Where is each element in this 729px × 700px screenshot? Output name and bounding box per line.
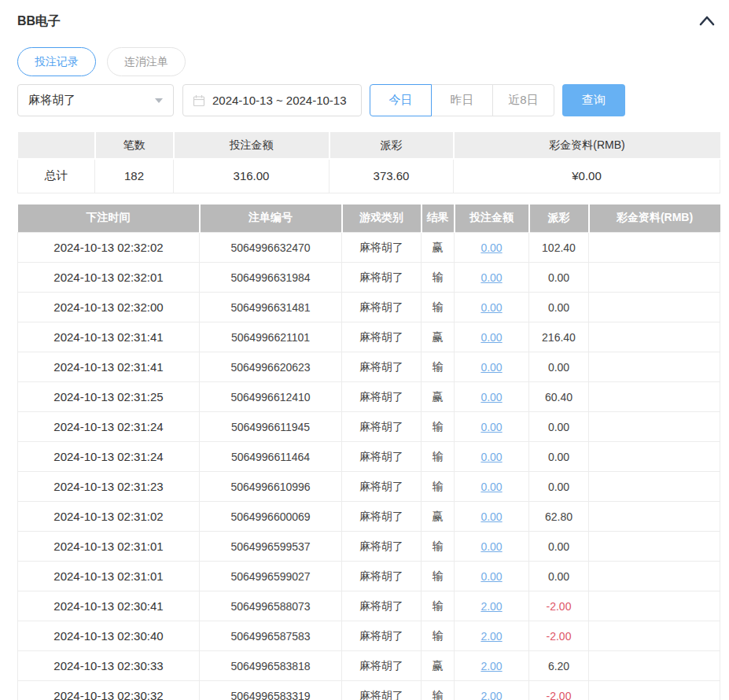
bet-amount-cell: 2.00: [455, 651, 529, 681]
payout-cell: -2.00: [529, 591, 589, 621]
bet-time-cell: 2024-10-13 02:30:32: [18, 681, 200, 700]
jackpot-cell: [589, 322, 720, 352]
game-type-cell: 麻将胡了: [342, 562, 422, 591]
bet-amount-cell: 2.00: [455, 591, 529, 621]
order-number-cell: 5064996631481: [200, 293, 342, 322]
bet-amount-cell: 0.00: [455, 263, 529, 293]
tab-betting-records[interactable]: 投注记录: [17, 47, 96, 76]
bet-amount-link[interactable]: 0.00: [480, 361, 502, 374]
result-cell: 输: [422, 532, 455, 562]
date-range-input[interactable]: 2024-10-13 ~ 2024-10-13: [182, 84, 362, 116]
payout-cell: 60.40: [529, 382, 589, 412]
jackpot-cell: [589, 681, 720, 700]
jackpot-cell: [589, 412, 720, 442]
game-type-cell: 麻将胡了: [342, 651, 422, 681]
game-type-cell: 麻将胡了: [342, 233, 422, 263]
game-type-cell: 麻将胡了: [342, 621, 422, 651]
table-row: 2024-10-13 02:31:015064996599027麻将胡了输0.0…: [18, 562, 720, 591]
bet-amount-link[interactable]: 2.00: [480, 690, 502, 700]
bet-time-cell: 2024-10-13 02:31:25: [18, 382, 200, 412]
yesterday-button[interactable]: 昨日: [431, 84, 493, 116]
result-cell: 赢: [422, 651, 455, 681]
table-row: 2024-10-13 02:30:415064996588073麻将胡了输2.0…: [18, 591, 720, 621]
order-number-cell: 5064996610996: [200, 472, 342, 502]
payout-cell: -2.00: [529, 681, 589, 700]
payout-cell: 0.00: [529, 412, 589, 442]
game-type-select[interactable]: 麻将胡了: [17, 84, 174, 116]
jackpot-cell: [589, 293, 720, 322]
table-row: 2024-10-13 02:31:015064996599537麻将胡了输0.0…: [18, 532, 720, 562]
last-8-days-button[interactable]: 近8日: [492, 84, 554, 116]
records-header-result: 结果: [422, 204, 455, 233]
records-header-order-number: 注单编号: [200, 204, 342, 233]
bet-amount-link[interactable]: 0.00: [480, 510, 502, 523]
bet-amount-link[interactable]: 2.00: [480, 660, 502, 672]
bet-amount-cell: 0.00: [455, 562, 529, 591]
bet-time-cell: 2024-10-13 02:31:24: [18, 442, 200, 472]
jackpot-cell: [589, 562, 720, 591]
summary-header-row: 笔数 投注金额 派彩 彩金资料(RMB): [18, 132, 720, 159]
query-button[interactable]: 查询: [562, 84, 625, 116]
bet-amount-cell: 0.00: [455, 382, 529, 412]
records-header-jackpot: 彩金资料(RMB): [589, 204, 720, 233]
bet-amount-link[interactable]: 0.00: [480, 271, 502, 284]
order-number-cell: 5064996587583: [200, 621, 342, 651]
bet-amount-link[interactable]: 2.00: [480, 630, 502, 643]
records-table: 下注时间 注单编号 游戏类别 结果 投注金额 派彩 彩金资料(RMB) 2024…: [17, 204, 720, 700]
summary-total-bet-amount: 316.00: [174, 159, 330, 193]
jackpot-cell: [589, 263, 720, 293]
game-type-cell: 麻将胡了: [342, 591, 422, 621]
bet-amount-link[interactable]: 0.00: [480, 481, 502, 493]
jackpot-cell: [589, 382, 720, 412]
bet-time-cell: 2024-10-13 02:32:02: [18, 233, 200, 263]
table-row: 2024-10-13 02:30:325064996583319麻将胡了输2.0…: [18, 681, 720, 700]
payout-cell: 0.00: [529, 352, 589, 382]
result-cell: 输: [422, 293, 455, 322]
records-header-row: 下注时间 注单编号 游戏类别 结果 投注金额 派彩 彩金资料(RMB): [18, 204, 720, 233]
game-type-cell: 麻将胡了: [342, 502, 422, 532]
payout-cell: 0.00: [529, 293, 589, 322]
order-number-cell: 5064996588073: [200, 591, 342, 621]
records-header-game-type: 游戏类别: [342, 204, 422, 233]
table-row: 2024-10-13 02:31:025064996600069麻将胡了赢0.0…: [18, 502, 720, 532]
date-range-value: 2024-10-13 ~ 2024-10-13: [212, 94, 347, 107]
filter-toolbar: 麻将胡了 2024-10-13 ~ 2024-10-13 今日 昨日 近8日 查…: [17, 84, 720, 116]
records-header-payout: 派彩: [529, 204, 589, 233]
bet-amount-link[interactable]: 2.00: [480, 600, 502, 613]
jackpot-cell: [589, 442, 720, 472]
bet-time-cell: 2024-10-13 02:31:41: [18, 352, 200, 382]
game-type-cell: 麻将胡了: [342, 532, 422, 562]
result-cell: 输: [422, 562, 455, 591]
jackpot-cell: [589, 502, 720, 532]
result-cell: 输: [422, 621, 455, 651]
table-row: 2024-10-13 02:31:235064996610996麻将胡了输0.0…: [18, 472, 720, 502]
calendar-icon: [193, 94, 205, 107]
today-button[interactable]: 今日: [370, 84, 432, 116]
order-number-cell: 5064996600069: [200, 502, 342, 532]
bet-amount-link[interactable]: 0.00: [480, 391, 502, 403]
order-number-cell: 5064996599027: [200, 562, 342, 591]
table-row: 2024-10-13 02:31:245064996611945麻将胡了输0.0…: [18, 412, 720, 442]
bet-time-cell: 2024-10-13 02:30:40: [18, 621, 200, 651]
summary-total-count: 182: [95, 159, 174, 193]
bet-amount-link[interactable]: 0.00: [480, 570, 502, 583]
summary-table: 笔数 投注金额 派彩 彩金资料(RMB) 总计 182 316.00 373.6…: [17, 132, 720, 193]
bet-amount-link[interactable]: 0.00: [480, 301, 502, 314]
game-type-cell: 麻将胡了: [342, 412, 422, 442]
payout-cell: 62.80: [529, 502, 589, 532]
bet-amount-link[interactable]: 0.00: [480, 331, 502, 344]
records-header-bet-time: 下注时间: [18, 204, 200, 233]
collapse-panel-button[interactable]: [697, 11, 717, 31]
result-cell: 赢: [422, 322, 455, 352]
bet-amount-link[interactable]: 0.00: [480, 241, 502, 254]
table-row: 2024-10-13 02:32:025064996632470麻将胡了赢0.0…: [18, 233, 720, 263]
bet-amount-link[interactable]: 0.00: [480, 540, 502, 553]
jackpot-cell: [589, 591, 720, 621]
payout-cell: 0.00: [529, 472, 589, 502]
tab-cancelled-orders[interactable]: 连消注单: [107, 47, 186, 76]
result-cell: 输: [422, 263, 455, 293]
bet-amount-cell: 2.00: [455, 621, 529, 651]
bet-amount-link[interactable]: 0.00: [480, 451, 502, 463]
result-cell: 赢: [422, 382, 455, 412]
bet-amount-link[interactable]: 0.00: [480, 421, 502, 433]
